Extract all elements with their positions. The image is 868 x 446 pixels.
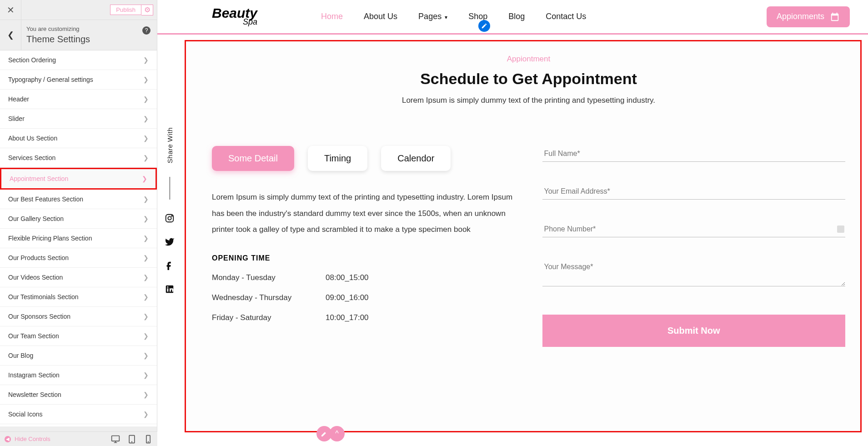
customizer-item[interactable]: Our Testimonials Section❯ <box>0 287 157 307</box>
customizer-item-label: Header <box>8 95 29 103</box>
desktop-icon[interactable] <box>111 435 120 444</box>
nav-link[interactable]: Home <box>321 12 343 21</box>
tablet-icon[interactable] <box>127 435 136 444</box>
customizer-item[interactable]: Instagram Section❯ <box>0 366 157 385</box>
appointment-tab[interactable]: Calendor <box>381 146 451 171</box>
opening-time-title: OPENING TIME <box>212 254 515 262</box>
help-icon[interactable]: ? <box>142 26 151 35</box>
svg-rect-9 <box>167 288 169 291</box>
customizer-item[interactable]: Our Best Features Section❯ <box>0 190 157 209</box>
customizer-item[interactable]: About Us Section❯ <box>0 129 157 148</box>
customizer-item[interactable]: Section Ordering❯ <box>0 50 157 70</box>
hours-row: Wednesday - Thursday09:00_16:00 <box>212 293 515 302</box>
share-label: Share With <box>166 127 174 163</box>
customizer-item[interactable]: Social Icons❯ <box>0 405 157 424</box>
close-button[interactable]: ✕ <box>0 0 21 20</box>
edit-float-button[interactable] <box>316 426 332 441</box>
name-field <box>542 146 846 162</box>
appointment-tab[interactable]: Timing <box>308 146 367 171</box>
hours-days: Wednesday - Thursday <box>212 293 326 302</box>
chevron-right-icon: ❯ <box>143 313 149 320</box>
svg-point-2 <box>132 441 132 442</box>
message-textarea[interactable] <box>542 259 846 286</box>
customizer-item[interactable]: Slider❯ <box>0 109 157 129</box>
submit-button[interactable]: Submit Now <box>542 315 846 347</box>
customizer-item[interactable]: Flexible Pricing Plans Section❯ <box>0 229 157 248</box>
customizer-item-label: Flexible Pricing Plans Section <box>8 235 92 242</box>
gear-icon: ⚙ <box>144 5 151 14</box>
customizer-item[interactable]: Our Sponsors Section❯ <box>0 307 157 326</box>
customizer-item-label: Our Gallery Section <box>8 215 64 222</box>
customizer-item-label: Appointment Section <box>10 175 68 182</box>
customizer-item-label: Our Team Section <box>8 332 59 340</box>
customizer-item[interactable]: Our Gallery Section❯ <box>0 209 157 229</box>
svg-rect-0 <box>112 436 120 441</box>
chevron-right-icon: ❯ <box>143 411 149 418</box>
main-nav: HomeAbout UsPages ▾ShopBlogContact Us <box>321 12 586 21</box>
chevron-right-icon: ❯ <box>143 115 149 122</box>
mobile-icon[interactable] <box>144 435 153 444</box>
hide-controls-label: Hide Controls <box>15 436 50 442</box>
edit-shortcut-icon[interactable] <box>478 20 490 32</box>
hide-controls-button[interactable]: ◀ Hide Controls <box>5 436 50 442</box>
opening-hours-list: Monday - Tuesday08:00_15:00Wednesday - T… <box>212 273 515 322</box>
facebook-icon[interactable] <box>165 261 175 271</box>
customizer-item[interactable]: Services Section❯ <box>0 148 157 168</box>
customizer-item-label: Our Videos Section <box>8 274 63 281</box>
preview-pane: Beauty Spa HomeAbout UsPages ▾ShopBlogCo… <box>157 0 868 446</box>
nav-link[interactable]: About Us <box>364 12 397 21</box>
hours-time: 10:00_17:00 <box>326 313 369 322</box>
appointment-form: Submit Now <box>542 146 846 347</box>
chevron-right-icon: ❯ <box>143 274 149 281</box>
customizer-item-label: Our Blog <box>8 352 33 359</box>
chevron-down-icon: ▾ <box>445 14 447 20</box>
customizer-header: ❮ You are customizing Theme Settings ? <box>0 20 157 50</box>
back-button[interactable]: ❮ <box>0 20 21 50</box>
customizer-item[interactable]: Newsletter Section❯ <box>0 385 157 405</box>
chevron-right-icon: ❯ <box>143 154 149 161</box>
customizer-item-label: Our Testimonials Section <box>8 293 79 301</box>
hours-days: Friday - Saturday <box>212 313 326 322</box>
site-logo[interactable]: Beauty Spa <box>212 8 257 25</box>
customizer-top-bar: ✕ Publish ⚙ <box>0 0 157 20</box>
appointment-tabs: Some DetailTimingCalendor <box>212 146 515 171</box>
message-field <box>542 259 846 288</box>
customizer-item[interactable]: Our Blog❯ <box>0 346 157 366</box>
customizer-item-label: Newsletter Section <box>8 391 61 398</box>
customizer-item[interactable]: Typography / General settings❯ <box>0 70 157 90</box>
customizer-item-label: Typography / General settings <box>8 76 93 83</box>
svg-point-6 <box>168 217 171 220</box>
appointments-label: Appionments <box>777 12 824 21</box>
linkedin-icon[interactable] <box>165 284 175 294</box>
publish-button[interactable]: Publish <box>110 5 141 15</box>
name-input[interactable] <box>542 146 846 162</box>
nav-link[interactable]: Contact Us <box>546 12 586 21</box>
chevron-right-icon: ❯ <box>143 391 149 398</box>
customizer-title: Theme Settings <box>26 34 151 45</box>
email-input[interactable] <box>542 184 846 200</box>
hours-time: 09:00_16:00 <box>326 293 369 302</box>
customizer-item[interactable]: Appointment Section❯ <box>0 168 157 190</box>
calendar-icon <box>830 12 840 22</box>
customizer-item-label: Our Products Section <box>8 254 69 261</box>
appointment-title: Schedule to Get Appointment <box>212 70 845 88</box>
floating-buttons: ^ <box>316 426 345 441</box>
customizer-item[interactable]: Our Videos Section❯ <box>0 268 157 287</box>
customizer-item[interactable]: Our Products Section❯ <box>0 248 157 268</box>
nav-link[interactable]: Blog <box>508 12 525 21</box>
appointments-button[interactable]: Appionments <box>767 6 850 27</box>
instagram-icon[interactable] <box>165 213 175 223</box>
appointment-left-column: Some DetailTimingCalendor Lorem Ipsum is… <box>212 146 515 347</box>
publish-settings-button[interactable]: ⚙ <box>141 5 153 15</box>
twitter-icon[interactable] <box>165 237 175 247</box>
customizer-subtitle: You are customizing <box>26 25 151 32</box>
chevron-right-icon: ❯ <box>142 175 147 182</box>
svg-point-10 <box>167 286 169 288</box>
customizer-item[interactable]: Our Team Section❯ <box>0 326 157 346</box>
nav-link[interactable]: Pages ▾ <box>418 12 447 21</box>
chevron-right-icon: ❯ <box>143 235 149 242</box>
appointment-tab[interactable]: Some Detail <box>212 146 294 171</box>
appointment-section: Appiontment Schedule to Get Appointment … <box>212 55 845 347</box>
phone-input[interactable] <box>542 221 846 237</box>
customizer-item[interactable]: Header❯ <box>0 90 157 109</box>
